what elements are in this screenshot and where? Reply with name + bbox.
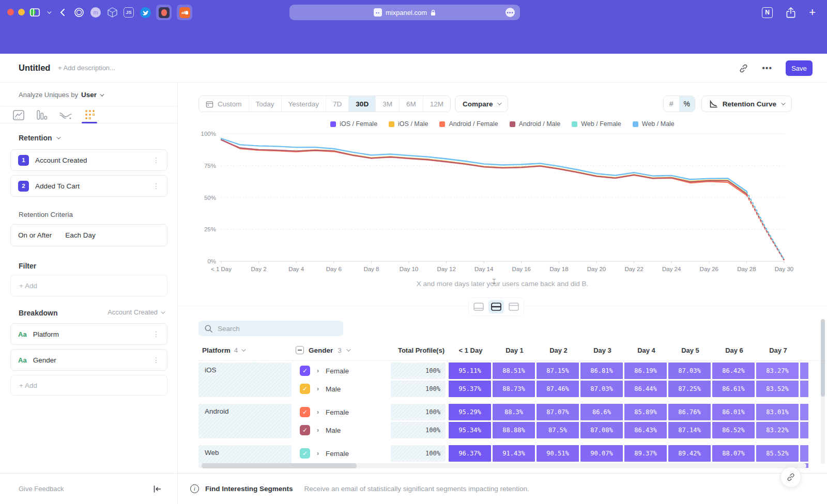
gender-cell[interactable]: ✓›Male <box>296 422 388 438</box>
platform-cell[interactable]: iOS <box>198 363 292 397</box>
address-bar[interactable]: •• mixpanel.com ••• <box>289 5 520 20</box>
retention-value-cell[interactable]: 86.44% <box>624 381 667 397</box>
expand-chevron-icon[interactable]: › <box>317 385 319 392</box>
column-day7[interactable]: Day 7 <box>756 346 800 354</box>
retention-value-cell[interactable]: 86.61% <box>712 381 755 397</box>
series-checkbox[interactable]: ✓ <box>300 384 310 394</box>
series-checkbox[interactable]: ✓ <box>300 407 310 417</box>
retention-section-header[interactable]: Retention <box>19 134 59 142</box>
js-icon[interactable]: JS <box>123 7 134 18</box>
date-range-6m[interactable]: 6M <box>400 96 423 112</box>
retention-value-cell[interactable]: 95.34% <box>449 422 491 438</box>
legend-item[interactable]: iOS / Female <box>330 120 377 128</box>
new-tab-icon[interactable]: + <box>809 7 816 18</box>
tab-retention[interactable] <box>84 108 96 123</box>
record-circle-icon[interactable] <box>73 7 85 18</box>
retention-value-cell[interactable]: 95.29% <box>449 404 491 420</box>
retention-value-cell[interactable]: 88.73% <box>493 381 535 397</box>
tab-flows[interactable] <box>59 108 72 123</box>
tab-funnels[interactable] <box>36 108 48 123</box>
retention-value-cell[interactable]: 85.89% <box>624 404 667 420</box>
add-breakdown-button[interactable]: + Add <box>10 375 167 396</box>
series-checkbox[interactable]: ✓ <box>300 448 310 459</box>
back-icon[interactable] <box>57 7 68 18</box>
absolute-values-toggle[interactable]: # <box>664 96 679 112</box>
gender-cell[interactable]: ✓›Male <box>296 381 388 397</box>
collapse-sidebar-icon[interactable] <box>153 485 162 493</box>
date-range-3m[interactable]: 3M <box>376 96 400 112</box>
give-feedback-link[interactable]: Give Feedback <box>19 485 64 493</box>
retention-value-cell[interactable]: 87.03% <box>668 363 711 379</box>
expand-chevron-icon[interactable]: › <box>317 427 319 434</box>
legend-item[interactable]: iOS / Male <box>389 120 428 128</box>
m-avatar-icon[interactable]: m <box>90 7 101 18</box>
retention-value-cell[interactable]: 87.15% <box>537 363 579 379</box>
view-selector-button[interactable]: Retention Curve <box>701 96 792 112</box>
layout-chart-focus-button[interactable] <box>471 300 486 313</box>
retention-value-cell[interactable]: 95.37% <box>449 381 491 397</box>
retention-criteria-card[interactable]: On or After Each Day <box>10 224 167 246</box>
more-options-icon[interactable]: ⋮ <box>152 356 160 364</box>
retention-value-cell[interactable]: 87.25% <box>668 381 711 397</box>
percent-values-toggle[interactable]: % <box>679 96 695 112</box>
retention-value-cell[interactable]: 87.46% <box>537 381 579 397</box>
column-day1[interactable]: Day 1 <box>493 346 537 354</box>
retention-value-cell[interactable]: 86.42% <box>712 363 755 379</box>
criteria-mode[interactable]: On or After <box>18 231 52 239</box>
retention-value-cell[interactable]: 90.51% <box>537 445 579 462</box>
legend-item[interactable]: Web / Female <box>572 120 621 128</box>
column-day4[interactable]: Day 4 <box>624 346 668 354</box>
retention-value-cell[interactable]: 88.51% <box>493 363 535 379</box>
date-range-12m[interactable]: 12M <box>423 96 450 112</box>
minimize-window-button[interactable] <box>18 9 25 15</box>
retention-value-cell[interactable]: 88.88% <box>493 422 535 438</box>
retention-value-cell[interactable]: 86.6% <box>580 404 623 420</box>
retention-value-cell[interactable]: 86.01% <box>712 404 755 420</box>
retention-value-cell[interactable]: 83.22% <box>756 422 799 438</box>
retention-value-cell[interactable]: 95.11% <box>449 363 491 379</box>
retention-value-cell[interactable]: 83.01% <box>756 404 799 420</box>
retention-step-card[interactable]: 2Added To Cart⋮ <box>10 175 167 197</box>
close-window-button[interactable] <box>7 9 14 15</box>
column-day2[interactable]: Day 2 <box>537 346 580 354</box>
column-1day[interactable]: < 1 Day <box>449 346 493 354</box>
share-icon[interactable] <box>786 7 795 18</box>
retention-value-cell[interactable]: 87.03% <box>580 381 623 397</box>
date-range-today[interactable]: Today <box>249 96 282 112</box>
share-link-floating-button[interactable] <box>780 467 801 487</box>
horizontal-scrollbar[interactable] <box>198 463 806 468</box>
column-gender[interactable]: Gender 3 <box>296 346 391 354</box>
retention-value-cell[interactable]: 86.76% <box>668 404 711 420</box>
column-total-profiles[interactable]: Total Profile(s) <box>391 346 449 354</box>
layout-table-focus-button[interactable] <box>506 300 522 313</box>
table-search[interactable] <box>198 321 343 336</box>
retention-value-cell[interactable]: 85.52% <box>756 445 799 462</box>
date-range-yesterday[interactable]: Yesterday <box>282 96 327 112</box>
retention-value-cell[interactable]: 87.08% <box>580 422 623 438</box>
platform-cell[interactable]: Android <box>198 404 292 438</box>
more-options-icon[interactable]: ⋮ <box>152 182 160 190</box>
retention-value-cell[interactable]: 88.07% <box>712 445 755 462</box>
breakdown-card[interactable]: AaPlatform⋮ <box>10 323 167 345</box>
add-filter-button[interactable]: + Add <box>10 275 167 296</box>
retention-value-cell[interactable]: 96.37% <box>449 445 491 462</box>
scrollbar-thumb[interactable] <box>202 463 357 468</box>
retention-value-cell[interactable]: 86.52% <box>712 422 755 438</box>
column-day3[interactable]: Day 3 <box>580 346 624 354</box>
legend-item[interactable]: Android / Male <box>510 120 561 128</box>
retention-curve-chart[interactable]: 0%25%50%75%100%< 1 DayDay 2Day 4Day 6Day… <box>178 128 827 280</box>
find-segments-title[interactable]: Find Interesting Segments <box>205 485 293 493</box>
column-platform[interactable]: Platform 4 <box>198 346 296 354</box>
breakdown-card[interactable]: AaGender⋮ <box>10 349 167 371</box>
copy-link-icon[interactable] <box>739 64 748 73</box>
cube-icon[interactable] <box>106 7 118 18</box>
vertical-scrollbar[interactable] <box>821 319 825 464</box>
bird-icon[interactable] <box>140 7 151 18</box>
expand-chevron-icon[interactable]: › <box>317 450 319 457</box>
retention-value-cell[interactable]: 87.5% <box>537 422 579 438</box>
retention-value-cell[interactable]: 87.07% <box>537 404 579 420</box>
retention-value-cell[interactable]: 86.43% <box>624 422 667 438</box>
retention-value-cell[interactable]: 86.19% <box>624 363 667 379</box>
column-day6[interactable]: Day 6 <box>712 346 756 354</box>
retention-value-cell[interactable]: 87.14% <box>668 422 711 438</box>
